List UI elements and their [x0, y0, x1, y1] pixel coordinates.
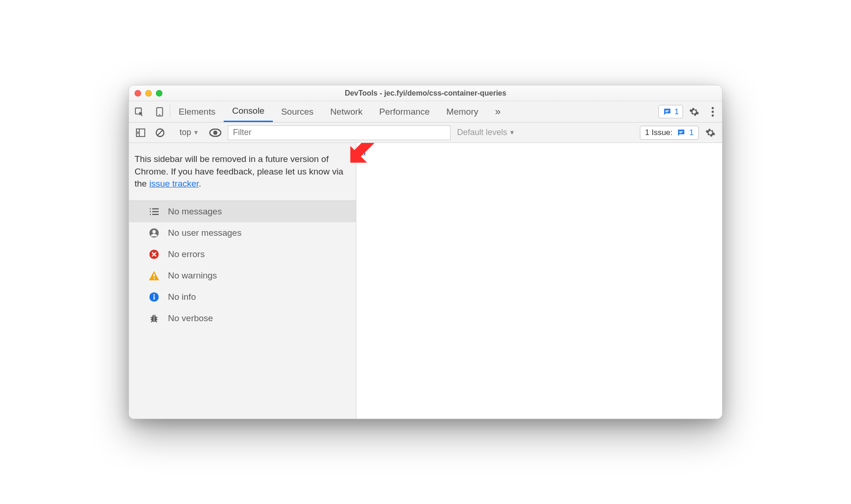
- filter-warnings[interactable]: No warnings: [129, 265, 356, 286]
- notice-text-suffix: .: [199, 179, 201, 188]
- svg-rect-25: [154, 274, 155, 277]
- tab-sources[interactable]: Sources: [273, 101, 322, 122]
- sidebar-filters: No messages No user messages No errors N…: [129, 201, 356, 329]
- svg-point-29: [153, 294, 155, 296]
- more-icon[interactable]: [703, 101, 722, 122]
- log-levels-selector[interactable]: Default levels ▼: [454, 128, 518, 137]
- svg-rect-3: [665, 110, 669, 111]
- tab-performance[interactable]: Performance: [371, 101, 438, 122]
- live-expression-icon[interactable]: [206, 125, 224, 140]
- filter-input[interactable]: [228, 125, 451, 140]
- dropdown-icon: ▼: [193, 129, 199, 136]
- deprecation-notice: This sidebar will be removed in a future…: [129, 143, 356, 201]
- svg-point-6: [712, 110, 714, 113]
- console-settings-icon[interactable]: [703, 128, 718, 138]
- tab-console[interactable]: Console: [224, 101, 273, 122]
- panel-tabs: Elements Console Sources Network Perform…: [129, 101, 722, 123]
- console-body: This sidebar will be removed in a future…: [129, 143, 722, 419]
- filter-label: No user messages: [168, 228, 241, 238]
- filter-user-messages[interactable]: No user messages: [129, 222, 356, 244]
- window-controls: [135, 90, 162, 97]
- svg-point-7: [712, 114, 714, 116]
- console-output[interactable]: ›: [356, 143, 722, 419]
- filter-errors[interactable]: No errors: [129, 244, 356, 265]
- messages-badge[interactable]: 1: [658, 105, 683, 118]
- svg-rect-26: [154, 278, 155, 279]
- console-prompt: ›: [363, 148, 366, 158]
- issues-count: 1: [690, 128, 694, 137]
- inspect-element-icon[interactable]: [129, 101, 149, 122]
- tabs-overflow[interactable]: »: [487, 101, 509, 122]
- info-icon: [148, 291, 160, 303]
- filter-label: No warnings: [168, 271, 217, 281]
- issues-button[interactable]: 1 Issue: 1: [640, 126, 699, 140]
- svg-rect-14: [679, 131, 683, 132]
- filter-label: No messages: [168, 207, 222, 217]
- filter-label: No verbose: [168, 313, 213, 323]
- bug-icon: [148, 313, 160, 324]
- warning-icon: [148, 270, 160, 281]
- console-toolbar: top ▼ Default levels ▼ 1 Issue: 1: [129, 123, 722, 143]
- clear-console-icon[interactable]: [152, 125, 168, 140]
- svg-rect-4: [665, 111, 668, 112]
- device-toolbar-icon[interactable]: [149, 101, 170, 122]
- maximize-window-button[interactable]: [156, 90, 162, 97]
- svg-point-23: [152, 230, 155, 233]
- context-selector[interactable]: top ▼: [176, 128, 203, 137]
- devtools-window: DevTools - jec.fyi/demo/css-container-qu…: [129, 85, 722, 419]
- svg-rect-15: [679, 132, 682, 133]
- svg-rect-8: [136, 129, 145, 136]
- close-window-button[interactable]: [135, 90, 141, 97]
- issues-label: 1 Issue:: [645, 128, 673, 137]
- minimize-window-button[interactable]: [145, 90, 152, 97]
- window-title: DevTools - jec.fyi/demo/css-container-qu…: [129, 89, 722, 97]
- filter-label: No info: [168, 292, 196, 302]
- tab-memory[interactable]: Memory: [438, 101, 487, 122]
- titlebar: DevTools - jec.fyi/demo/css-container-qu…: [129, 85, 722, 101]
- filter-messages[interactable]: No messages: [129, 201, 356, 222]
- tab-network[interactable]: Network: [322, 101, 371, 122]
- log-levels-label: Default levels: [457, 128, 507, 137]
- dropdown-icon: ▼: [509, 129, 515, 136]
- filter-label: No errors: [168, 249, 205, 259]
- filter-verbose[interactable]: No verbose: [129, 308, 356, 329]
- svg-line-11: [158, 130, 163, 135]
- filter-info[interactable]: No info: [129, 286, 356, 308]
- tab-elements[interactable]: Elements: [170, 101, 224, 122]
- user-icon: [148, 227, 160, 239]
- context-label: top: [180, 128, 191, 137]
- svg-point-13: [213, 130, 217, 135]
- console-sidebar: This sidebar will be removed in a future…: [129, 143, 356, 419]
- svg-rect-28: [154, 296, 155, 299]
- settings-icon[interactable]: [685, 101, 703, 122]
- list-icon: [148, 206, 160, 217]
- toggle-sidebar-icon[interactable]: [133, 125, 148, 140]
- issue-tracker-link[interactable]: issue tracker: [149, 179, 199, 188]
- error-icon: [148, 249, 160, 260]
- svg-point-5: [712, 107, 714, 109]
- messages-badge-count: 1: [675, 107, 679, 116]
